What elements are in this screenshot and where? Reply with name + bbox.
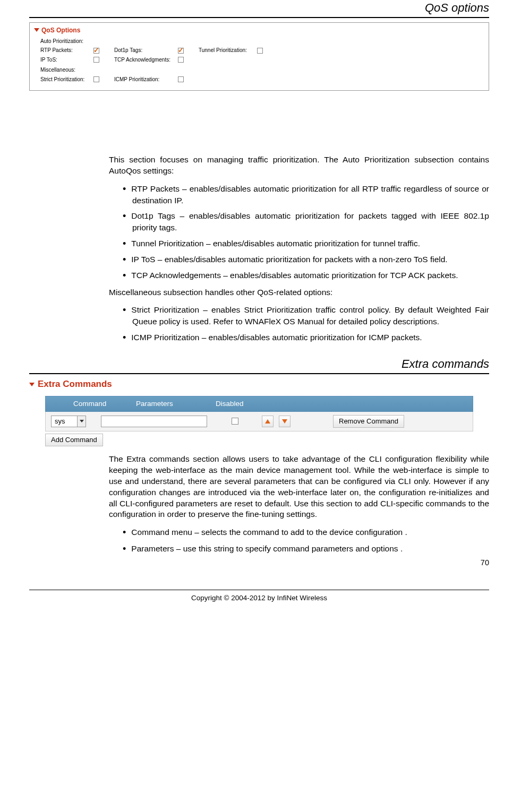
list-item: RTP Packets – enables/disables automatic… [115, 182, 489, 206]
move-down-button[interactable] [279, 416, 291, 427]
dot1p-label: Dot1p Tags: [114, 47, 178, 54]
list-item: Tunnel Prioritization – enables/disables… [115, 237, 489, 249]
extra-panel-title: Extra Commands [29, 378, 489, 391]
list-item: Strict Prioritization – enables Strict P… [115, 303, 489, 327]
dropdown-icon [77, 416, 86, 427]
copyright-footer: Copyright © 2004-2012 by InfiNet Wireles… [29, 590, 489, 603]
list-item: Parameters – use this string to specify … [115, 542, 489, 555]
list-item: Dot1p Tags – enables/disables automatic … [115, 209, 489, 233]
strict-checkbox[interactable] [93, 76, 99, 82]
tcpack-label: TCP Acknowledgments: [114, 56, 178, 64]
qos-panel-title-text: QoS Options [41, 26, 80, 34]
list-item: Command menu – selects the command to ad… [115, 525, 489, 538]
section-header-extra: Extra commands [29, 356, 489, 374]
remove-command-button[interactable]: Remove Command [333, 415, 404, 428]
parameters-input[interactable] [101, 416, 207, 427]
iptos-checkbox[interactable] [93, 57, 99, 63]
collapse-icon [34, 28, 39, 32]
qos-panel-title: QoS Options [34, 26, 484, 34]
collapse-icon [29, 383, 35, 386]
command-select-value: sys [52, 417, 77, 426]
col-parameters: Parameters [136, 399, 216, 409]
qos-intro-text: This section focuses on managing traffic… [109, 154, 489, 177]
extra-commands-panel: Extra Commands Command Parameters Disabl… [29, 378, 489, 446]
command-select[interactable]: sys [51, 416, 86, 427]
extra-paragraph: The Extra commands section allows users … [109, 454, 489, 521]
extra-panel-title-text: Extra Commands [38, 378, 112, 391]
tcpack-checkbox[interactable] [178, 57, 184, 63]
extra-bullet-list: Command menu – selects the command to ad… [109, 525, 489, 555]
section-header-qos: QoS options [29, 0, 489, 18]
arrow-up-icon [265, 419, 270, 424]
disabled-checkbox[interactable] [232, 418, 238, 425]
col-command: Command [46, 399, 136, 409]
auto-prioritization-label: Auto Prioritization: [40, 38, 484, 45]
list-item: IP ToS – enables/disables automatic prio… [115, 253, 489, 265]
misc-bullet-list: Strict Prioritization – enables Strict P… [109, 303, 489, 343]
rtp-checkbox[interactable] [93, 48, 99, 54]
list-item: TCP Acknowledgements – enables/disables … [115, 269, 489, 281]
icmp-checkbox[interactable] [178, 76, 184, 82]
tunnel-label: Tunnel Prioritization: [199, 47, 257, 54]
misc-intro-text: Miscellaneous subsection handles other Q… [109, 287, 489, 298]
move-up-button[interactable] [262, 416, 274, 427]
qos-options-panel: QoS Options Auto Prioritization: RTP Pac… [29, 22, 489, 91]
list-item: ICMP Prioritization – enables/disables a… [115, 331, 489, 343]
iptos-label: IP ToS: [40, 56, 93, 64]
icmp-label: ICMP Prioritization: [114, 76, 178, 83]
arrow-down-icon [282, 419, 287, 424]
page-number: 70 [29, 558, 489, 568]
tunnel-checkbox[interactable] [257, 48, 263, 54]
dot1p-checkbox[interactable] [178, 48, 184, 54]
qos-bullet-list: RTP Packets – enables/disables automatic… [109, 182, 489, 281]
misc-label: Miscellaneous: [40, 66, 484, 74]
table-row: sys Remove Command [45, 412, 473, 431]
add-command-button[interactable]: Add Command [45, 434, 103, 446]
col-disabled: Disabled [216, 399, 279, 409]
rtp-label: RTP Packets: [40, 47, 93, 54]
strict-label: Strict Prioritization: [40, 76, 93, 83]
table-header: Command Parameters Disabled [45, 396, 473, 412]
